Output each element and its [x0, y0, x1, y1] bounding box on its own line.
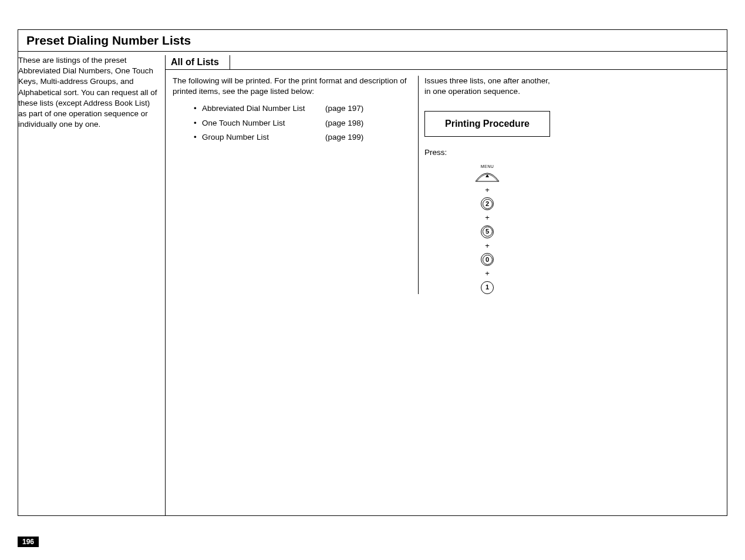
list-item: • One Touch Number List (page 198)	[194, 116, 411, 130]
plus-icon: +	[424, 210, 550, 225]
mid-intro: The following will be printed. For the p…	[173, 76, 411, 97]
item-name: Abbreviated Dial Number List	[202, 103, 325, 114]
sub-header-block: All of Lists	[166, 55, 727, 70]
item-name: One Touch Number List	[202, 118, 325, 129]
item-page: (page 199)	[325, 132, 363, 143]
page-number: 196	[18, 537, 39, 547]
list-item: • Group Number List (page 199)	[194, 130, 411, 144]
keycap-icon: 0	[481, 253, 494, 266]
right-intro: Issues three lists, one after another, i…	[424, 76, 550, 97]
sub-header: All of Lists	[165, 55, 230, 70]
mid-outer: All of Lists The following will be print…	[165, 55, 727, 515]
press-label: Press:	[424, 147, 550, 158]
plus-icon: +	[424, 266, 550, 281]
keycap-icon: 2	[481, 197, 494, 210]
item-page: (page 198)	[325, 118, 363, 129]
content-area: These are listings of the preset Abbrevi…	[18, 52, 727, 515]
keycap-label: 1	[486, 283, 489, 292]
keycap-icon: 1	[481, 281, 494, 294]
keycap-label: 0	[486, 255, 489, 264]
intro-text: These are listings of the preset Abbrevi…	[18, 55, 158, 130]
mid-column: The following will be printed. For the p…	[166, 76, 418, 294]
mid-inner: The following will be printed. For the p…	[166, 70, 727, 294]
svg-marker-1	[486, 174, 489, 177]
plus-icon: +	[424, 183, 550, 198]
item-name: Group Number List	[202, 132, 325, 143]
procedure-box: Printing Procedure	[424, 111, 550, 137]
list-items: • Abbreviated Dial Number List (page 197…	[173, 97, 411, 144]
left-column: These are listings of the preset Abbrevi…	[18, 55, 165, 515]
page-title: Preset Dialing Number Lists	[26, 33, 719, 48]
item-page: (page 197)	[325, 103, 363, 114]
sub-title: All of Lists	[171, 57, 219, 68]
right-column: Issues three lists, one after another, i…	[418, 76, 556, 294]
main-header: Preset Dialing Number Lists	[18, 30, 727, 52]
keycap-label: 5	[486, 227, 489, 236]
keycap-label: 2	[486, 200, 489, 208]
menu-button-icon: MENU	[474, 164, 500, 182]
plus-icon: +	[424, 238, 550, 254]
menu-label: MENU	[474, 164, 500, 169]
procedure-title: Printing Procedure	[429, 117, 546, 130]
procedure-steps: MENU + 2 +	[424, 160, 550, 294]
menu-shape-icon	[474, 171, 500, 183]
bullet-icon: •	[194, 118, 202, 129]
keycap-icon: 5	[481, 225, 494, 238]
page-frame: Preset Dialing Number Lists These are li…	[18, 29, 727, 516]
bullet-icon: •	[194, 103, 202, 114]
list-item: • Abbreviated Dial Number List (page 197…	[194, 102, 411, 116]
bullet-icon: •	[194, 132, 202, 143]
